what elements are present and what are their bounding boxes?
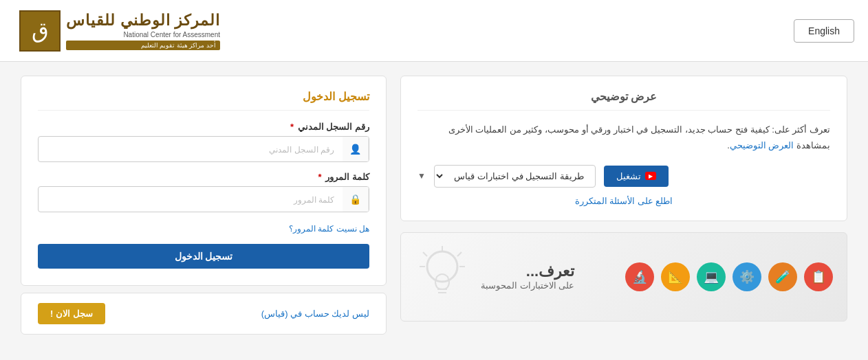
play-button-label: تشغيل: [616, 171, 641, 181]
dropdown-arrow: ▼: [417, 171, 426, 181]
faq-link[interactable]: اطلع على الأسئلة المتكررة: [575, 196, 673, 206]
banner-title: تعرف...: [481, 262, 574, 280]
id-field-group: رقم السجل المدني * 👤: [38, 122, 369, 162]
video-controls: تشغيل طريقة التسجيل في اختبارات قياس ▼: [417, 165, 830, 188]
lightbulb-icon: [415, 243, 470, 311]
password-input[interactable]: [39, 189, 343, 210]
header: English المركز الوطني للقياس National Ce…: [0, 0, 868, 62]
left-panel: عرض توضيحي تعرف أكثر على: كيفية فتح حساب…: [400, 76, 847, 335]
logo-icon: ق: [19, 10, 61, 52]
logo-svg: ق: [23, 12, 57, 49]
english-button[interactable]: English: [794, 19, 854, 43]
register-link[interactable]: ليس لديك حساب في (قياس): [261, 308, 369, 319]
id-required: *: [290, 122, 294, 132]
banner-icon-3: ⚙️: [733, 262, 761, 291]
faq-link-wrapper: اطلع على الأسئلة المتكررة: [417, 194, 830, 207]
svg-point-2: [427, 251, 457, 282]
id-label-text: رقم السجل المدني: [298, 122, 369, 132]
banner-icon-6: 🔬: [625, 262, 654, 291]
demo-description: تعرف أكثر على: كيفية فتح حساب جديد، التس…: [417, 122, 830, 154]
banner-icon-1: 📋: [804, 262, 833, 291]
banner-icon-5: 📐: [661, 262, 690, 291]
register-button[interactable]: سجل الان !: [38, 303, 105, 324]
logo-title: المركز الوطني للقياس: [66, 12, 220, 30]
login-button[interactable]: تسجيل الدخول: [38, 244, 369, 269]
password-label-text: كلمة المرور: [325, 172, 369, 182]
svg-line-4: [457, 252, 462, 256]
svg-text:ق: ق: [32, 18, 49, 43]
logo-area: المركز الوطني للقياس National Center for…: [14, 10, 220, 52]
main-content: عرض توضيحي تعرف أكثر على: كيفية فتح حساب…: [0, 62, 868, 348]
login-title: تسجيل الدخول: [38, 90, 369, 111]
logo-box: المركز الوطني للقياس National Center for…: [14, 10, 220, 52]
banner-box: 📋 🧪 ⚙️ 💻 📐 🔬 تعرف... على الاختبارات المح…: [400, 232, 847, 322]
banner-right: تعرف... على الاختبارات المحوسبة: [415, 243, 581, 311]
youtube-icon: [645, 172, 656, 180]
video-select[interactable]: طريقة التسجيل في اختبارات قياس: [434, 165, 596, 188]
id-input[interactable]: [39, 139, 343, 160]
demo-box: عرض توضيحي تعرف أكثر على: كيفية فتح حساب…: [400, 76, 847, 221]
banner-icon-4: 💻: [697, 262, 726, 291]
id-label: رقم السجل المدني *: [38, 122, 369, 132]
password-field-group: كلمة المرور * 🔒: [38, 172, 369, 212]
password-label: كلمة المرور *: [38, 172, 369, 182]
svg-line-5: [423, 252, 427, 256]
register-section: ليس لديك حساب في (قياس) سجل الان !: [21, 293, 387, 335]
password-input-wrapper: 🔒: [38, 186, 369, 212]
password-required: *: [318, 172, 322, 182]
demo-title: عرض توضيحي: [417, 90, 830, 111]
play-button[interactable]: تشغيل: [604, 166, 669, 187]
user-icon: 👤: [343, 137, 369, 161]
banner-icon-2: 🧪: [768, 262, 797, 291]
banner-text: تعرف... على الاختبارات المحوسبة: [481, 262, 581, 291]
login-box: تسجيل الدخول رقم السجل المدني * 👤 كلمة ا…: [21, 76, 387, 286]
logo-tagline: أحد مراكز هيئة تقويم التعليم: [66, 41, 220, 50]
banner-subtitle: على الاختبارات المحوسبة: [481, 280, 574, 291]
forgot-password-wrapper: هل نسيت كلمة المرور؟: [38, 222, 369, 234]
id-input-wrapper: 👤: [38, 136, 369, 162]
lock-icon: 🔒: [343, 187, 369, 212]
demo-link[interactable]: العرض التوضيحي: [730, 140, 794, 150]
forgot-password-link[interactable]: هل نسيت كلمة المرور؟: [289, 224, 369, 234]
logo-subtitle: National Center for Assessment: [66, 31, 220, 38]
banner-icons: 📋 🧪 ⚙️ 💻 📐 🔬: [625, 262, 833, 291]
demo-description-text: تعرف أكثر على: كيفية فتح حساب جديد، التس…: [448, 124, 830, 150]
right-panel: تسجيل الدخول رقم السجل المدني * 👤 كلمة ا…: [21, 76, 387, 335]
